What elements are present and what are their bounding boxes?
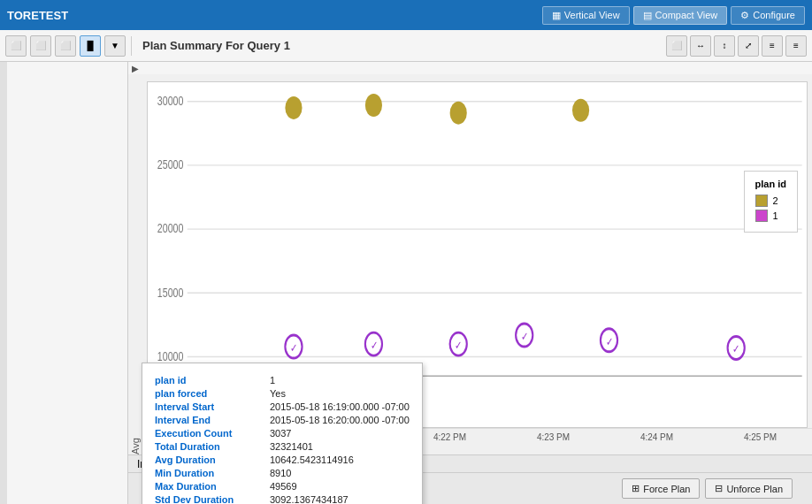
tooltip-row-min-dur: Min Duration 8910 <box>155 468 410 478</box>
chart-section: ▶ Avg 30000 25000 20000 15000 <box>128 62 812 504</box>
tooltip-val-min-dur: 8910 <box>270 468 291 478</box>
tooltip-key-total-dur: Total Duration <box>155 441 270 452</box>
legend-title: plan id <box>755 179 786 189</box>
toolbar-icon-2[interactable]: ⬜ <box>30 35 51 57</box>
toolbar: ⬜ ⬜ ⬜ ▐▌ ▼ Plan Summary For Query 1 ⬜ ↔ … <box>0 30 812 62</box>
configure-button[interactable]: ⚙ Configure <box>731 6 805 25</box>
tooltip-panel: plan id 1 plan forced Yes Interval Start… <box>142 363 423 504</box>
app-title: TORETEST <box>7 9 68 22</box>
tooltip-key-std-dev: Std Dev Duration <box>155 494 270 504</box>
unforce-plan-button[interactable]: ⊟ Unforce Plan <box>705 478 793 499</box>
title-bar-buttons: ▦ Vertical View ▤ Compact View ⚙ Configu… <box>542 6 805 25</box>
toolbar-title: Plan Summary For Query 1 <box>142 39 663 52</box>
legend-label-1: 1 <box>773 210 778 221</box>
y-axis-label: Avg <box>128 81 142 454</box>
tooltip-key-min-dur: Min Duration <box>155 468 270 478</box>
svg-text:✓: ✓ <box>606 335 613 347</box>
sidebar-resize-handle[interactable] <box>0 62 7 504</box>
plan2-dot-4[interactable] <box>572 99 589 122</box>
plan2-dot-2[interactable] <box>365 94 382 117</box>
tooltip-row-plan-forced: plan forced Yes <box>155 388 410 399</box>
tooltip-row-avg-dur: Avg Duration 10642.5423114916 <box>155 454 410 465</box>
vertical-view-label: Vertical View <box>564 10 620 20</box>
legend-color-2 <box>755 195 768 207</box>
force-plan-label: Force Plan <box>643 484 690 494</box>
tooltip-val-interval-end: 2015-05-18 16:20:00.000 -07:00 <box>270 415 410 425</box>
tooltip-row-plan-id: plan id 1 <box>155 375 410 386</box>
legend-color-1 <box>755 210 768 222</box>
tooltip-val-avg-dur: 10642.5423114916 <box>270 454 354 465</box>
vertical-view-button[interactable]: ▦ Vertical View <box>542 6 630 25</box>
tooltip-key-exec-count: Execution Count <box>155 428 270 439</box>
svg-text:✓: ✓ <box>732 343 739 355</box>
configure-label: Configure <box>753 10 795 20</box>
svg-text:15000: 15000 <box>157 286 184 300</box>
legend-label-2: 2 <box>773 195 778 206</box>
time-label-3: 4:23 PM <box>537 432 570 442</box>
tooltip-row-interval-start: Interval Start 2015-05-18 16:19:00.000 -… <box>155 401 410 412</box>
svg-text:30000: 30000 <box>157 94 184 108</box>
legend: plan id 2 1 <box>744 171 798 233</box>
toolbar-right-icon-3[interactable]: ↕ <box>714 35 735 57</box>
svg-text:✓: ✓ <box>455 340 462 352</box>
unforce-plan-label: Unforce Plan <box>726 484 783 494</box>
tooltip-row-total-dur: Total Duration 32321401 <box>155 441 410 452</box>
toolbar-right-icon-6[interactable]: ≡ <box>785 35 807 57</box>
svg-text:10000: 10000 <box>157 349 184 363</box>
legend-item-1: 1 <box>755 210 786 222</box>
tooltip-key-interval-start: Interval Start <box>155 401 270 412</box>
time-label-5: 4:25 PM <box>744 432 777 442</box>
tooltip-val-std-dev: 3092.1367434187 <box>270 494 349 504</box>
tooltip-val-plan-id: 1 <box>270 375 275 386</box>
tooltip-val-interval-start: 2015-05-18 16:19:00.000 -07:00 <box>270 401 410 412</box>
svg-text:✓: ✓ <box>521 330 528 342</box>
toolbar-right-icons: ⬜ ↔ ↕ ⤢ ≡ ≡ <box>666 35 807 57</box>
toolbar-icon-dropdown[interactable]: ▼ <box>104 35 126 57</box>
tooltip-key-plan-forced: plan forced <box>155 388 270 399</box>
tooltip-key-plan-id: plan id <box>155 375 270 386</box>
expand-row: ▶ <box>128 62 812 74</box>
svg-text:20000: 20000 <box>157 222 184 236</box>
plan2-dot-1[interactable] <box>285 96 302 119</box>
tooltip-key-avg-dur: Avg Duration <box>155 454 270 465</box>
toolbar-right-icon-4[interactable]: ⤢ <box>738 35 759 57</box>
expand-arrow[interactable]: ▶ <box>132 64 139 73</box>
toolbar-icon-3[interactable]: ⬜ <box>55 35 76 57</box>
toolbar-icon-chart[interactable]: ▐▌ <box>80 35 101 57</box>
tooltip-key-max-dur: Max Duration <box>155 481 270 492</box>
sidebar <box>0 62 128 504</box>
force-plan-icon: ⊞ <box>632 483 640 494</box>
main-content: ▶ Avg 30000 25000 20000 15000 <box>0 62 812 504</box>
toolbar-separator <box>131 36 132 56</box>
time-label-4: 4:24 PM <box>640 432 673 442</box>
svg-text:25000: 25000 <box>157 158 184 172</box>
title-bar: TORETEST ▦ Vertical View ▤ Compact View … <box>0 0 812 30</box>
tooltip-val-total-dur: 32321401 <box>270 441 313 452</box>
toolbar-icon-1[interactable]: ⬜ <box>5 35 27 57</box>
tooltip-val-exec-count: 3037 <box>270 428 291 439</box>
unforce-plan-icon: ⊟ <box>715 483 723 494</box>
compact-view-icon: ▤ <box>643 10 652 21</box>
tooltip-row-interval-end: Interval End 2015-05-18 16:20:00.000 -07… <box>155 415 410 425</box>
tooltip-val-max-dur: 49569 <box>270 481 297 492</box>
toolbar-right-icon-5[interactable]: ≡ <box>762 35 783 57</box>
tooltip-key-interval-end: Interval End <box>155 415 270 425</box>
time-label-2: 4:22 PM <box>433 432 466 442</box>
tooltip-row-max-dur: Max Duration 49569 <box>155 481 410 492</box>
tooltip-val-plan-forced: Yes <box>270 388 286 399</box>
toolbar-right-icon-1[interactable]: ⬜ <box>666 35 687 57</box>
compact-view-button[interactable]: ▤ Compact View <box>633 6 728 25</box>
vertical-view-icon: ▦ <box>552 10 561 21</box>
svg-text:✓: ✓ <box>371 340 378 352</box>
configure-icon: ⚙ <box>740 10 749 21</box>
toolbar-right-icon-2[interactable]: ↔ <box>690 35 711 57</box>
tooltip-row-exec-count: Execution Count 3037 <box>155 428 410 439</box>
svg-text:✓: ✓ <box>290 341 297 354</box>
compact-view-label: Compact View <box>655 10 718 20</box>
tooltip-row-std-dev: Std Dev Duration 3092.1367434187 <box>155 494 410 504</box>
force-plan-button[interactable]: ⊞ Force Plan <box>622 478 700 499</box>
plan2-dot-3[interactable] <box>450 102 467 125</box>
legend-item-2: 2 <box>755 195 786 207</box>
